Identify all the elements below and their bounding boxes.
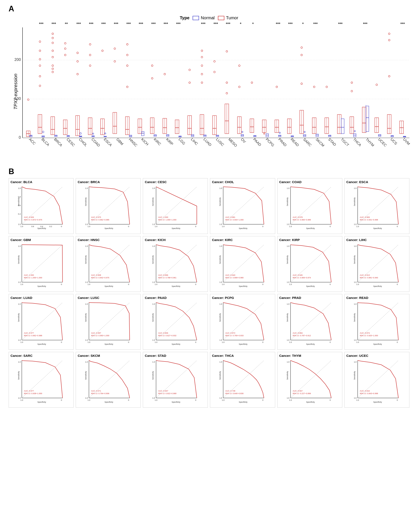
svg-text:1.0: 1.0 <box>354 223 357 225</box>
svg-text:1.0: 1.0 <box>18 339 21 341</box>
svg-text:***: *** <box>101 22 106 26</box>
roc-title-luad: Cancer: LUAD <box>11 296 72 300</box>
svg-text:1.0: 1.0 <box>354 397 357 399</box>
roc-title-lusc: Cancer: LUSC <box>78 296 139 300</box>
svg-text:95% CI: 0.881~0.940: 95% CI: 0.881~0.940 <box>360 277 378 279</box>
roc-cell-skcm: Cancer: SKCM AUC: 0.571 95% CI: 0.794~0.… <box>76 352 141 408</box>
normal-label: Normal <box>201 15 214 20</box>
svg-text:95% CI: 0.993~1.000: 95% CI: 0.993~1.000 <box>91 335 109 337</box>
panel-b-label: B <box>9 167 409 176</box>
svg-text:1.0: 1.0 <box>18 303 21 305</box>
legend-tumor: Tumor <box>218 15 238 20</box>
svg-text:1.0: 1.0 <box>18 397 21 399</box>
svg-text:AUC: 0.884: AUC: 0.884 <box>292 332 303 334</box>
svg-text:1.0: 1.0 <box>88 225 90 228</box>
tumor-label: Tumor <box>226 15 238 20</box>
svg-text:Specificity: Specificity <box>37 343 46 345</box>
svg-text:1.0: 1.0 <box>287 303 290 305</box>
roc-svg-luad: AUC: 0.977 95% CI: 0.962~0.988 1.0 1.0 0… <box>11 301 72 346</box>
svg-text:***: *** <box>276 22 280 26</box>
panel-b: B Cancer: BLCA 1.0 0 1.0 0.4 <box>9 167 409 408</box>
svg-text:1.0: 1.0 <box>155 225 158 228</box>
boxplot-svg: 0 100 200 <box>23 23 409 160</box>
svg-text:1.0: 1.0 <box>152 303 155 305</box>
svg-text:Specificity: Specificity <box>104 343 113 345</box>
roc-svg-chol: AUC: 0.981 95% CI: 0.944~1.000 1.0 1.0 0… <box>212 185 273 230</box>
roc-svg-lusc: AUC: 0.997 95% CI: 0.993~1.000 1.0 1.0 0… <box>78 301 139 346</box>
svg-text:Specificity: Specificity <box>37 401 46 403</box>
svg-text:1.0: 1.0 <box>220 187 222 189</box>
roc-cell-brca: Cancer: BRCA AUC: 0.975 95% CI: 0.962~0.… <box>76 178 141 234</box>
svg-text:Specificity: Specificity <box>373 227 382 230</box>
svg-text:PCPG: PCPG <box>265 137 275 147</box>
svg-text:Specificity: Specificity <box>239 227 248 230</box>
svg-text:1.0: 1.0 <box>356 341 359 343</box>
svg-text:AUC: 0.896: AUC: 0.896 <box>158 274 168 276</box>
svg-text:Specificity: Specificity <box>172 285 181 287</box>
svg-text:Specificity: Specificity <box>104 285 113 287</box>
roc-title-thym: Cancer: THYM <box>279 354 340 358</box>
roc-title-read: Cancer: READ <box>346 296 407 300</box>
svg-text:AUC: 0.975: AUC: 0.975 <box>91 216 101 218</box>
figure-container: A Type Normal Tumor TPX2 expression <box>0 0 418 412</box>
roc-title-brca: Cancer: BRCA <box>78 180 139 184</box>
svg-text:95% CI: 0.640~0.830: 95% CI: 0.640~0.830 <box>225 393 244 394</box>
svg-text:AUC: 0.567: AUC: 0.567 <box>292 390 303 392</box>
svg-text:GBM: GBM <box>115 137 124 146</box>
svg-text:***: *** <box>313 22 318 26</box>
roc-title-pcpg: Cancer: PCPG <box>212 296 273 300</box>
svg-text:***: *** <box>338 22 343 26</box>
svg-text:Specificity: Specificity <box>306 343 315 345</box>
svg-text:100: 100 <box>14 96 21 101</box>
plot-svg-container: 0 100 200 <box>23 23 409 161</box>
roc-cell-read: Cancer: READ AUC: 0.974 95% CI: 0.920~1.… <box>344 294 409 350</box>
svg-text:AUC: 0.872: AUC: 0.872 <box>225 332 235 334</box>
svg-text:SARC: SARC <box>302 137 313 147</box>
roc-svg-kich: AUC: 0.896 95% CI: 0.788~0.961 1.0 1.0 0… <box>145 243 206 288</box>
svg-text:1.0: 1.0 <box>289 399 292 401</box>
svg-text:***: *** <box>114 22 118 26</box>
svg-text:1.0: 1.0 <box>88 341 90 343</box>
roc-cell-kirc: Cancer: KIRC AUC: 0.940 95% CI: 0.899~0.… <box>210 236 275 292</box>
svg-text:1.0: 1.0 <box>287 187 290 189</box>
svg-text:1.0: 1.0 <box>354 245 357 247</box>
svg-text:1.0: 1.0 <box>220 223 222 225</box>
roc-svg-lihc: AUC: 0.913 95% CI: 0.881~0.940 1.0 1.0 0… <box>346 243 407 288</box>
svg-text:95% CI: 0.627~0.932: 95% CI: 0.627~0.932 <box>158 335 176 337</box>
svg-text:1.0: 1.0 <box>155 399 158 401</box>
panel-a-label: A <box>9 4 409 13</box>
svg-text:KICH: KICH <box>140 137 149 146</box>
svg-text:Sensitivity: Sensitivity <box>353 313 355 322</box>
svg-text:Specificity: Specificity <box>239 401 248 403</box>
roc-grid: Cancer: BLCA 1.0 0 1.0 0.4 0.2 0.6 0.6 <box>9 178 409 408</box>
svg-text:1.0: 1.0 <box>85 223 88 225</box>
svg-text:95% CI: 0.787~0.912: 95% CI: 0.787~0.912 <box>292 335 311 337</box>
svg-text:95% CI: 0.842~0.975: 95% CI: 0.842~0.975 <box>91 277 109 279</box>
svg-text:AUC: 0.738: AUC: 0.738 <box>225 390 235 392</box>
svg-text:Sensitivity: Sensitivity <box>152 197 154 206</box>
svg-text:1.0: 1.0 <box>152 339 155 341</box>
roc-svg-prad: AUC: 0.884 95% CI: 0.787~0.912 1.0 1.0 0… <box>279 301 340 346</box>
svg-text:Sensitivity: Sensitivity <box>152 313 154 322</box>
svg-text:Sensitivity: Sensitivity <box>18 313 20 322</box>
svg-text:HNSC: HNSC <box>128 137 138 147</box>
roc-svg-thca: AUC: 0.738 95% CI: 0.640~0.830 1.0 1.0 0… <box>212 358 273 403</box>
svg-text:1.0: 1.0 <box>85 339 88 341</box>
roc-cell-thca: Cancer: THCA AUC: 0.738 95% CI: 0.640~0.… <box>210 352 275 408</box>
svg-text:AUC: 0.978: AUC: 0.978 <box>292 216 303 218</box>
svg-text:**: ** <box>65 22 68 26</box>
svg-text:0: 0 <box>263 399 264 401</box>
svg-text:***: *** <box>139 22 143 26</box>
svg-text:0: 0 <box>195 399 196 401</box>
svg-text:1.0: 1.0 <box>85 245 88 247</box>
svg-text:AUC: 0.981: AUC: 0.981 <box>225 216 235 218</box>
roc-title-skcm: Cancer: SKCM <box>78 354 139 358</box>
svg-text:Sensitivity: Sensitivity <box>353 197 355 206</box>
svg-text:0: 0 <box>397 399 398 401</box>
svg-text:***: *** <box>363 22 367 26</box>
roc-title-hnsc: Cancer: HNSC <box>78 238 139 242</box>
svg-text:***: *** <box>39 22 44 26</box>
svg-text:AUC: 0.916: AUC: 0.916 <box>360 390 370 392</box>
svg-text:THCA: THCA <box>352 137 362 147</box>
panel-a-plot-area: TPX2 expression 0 <box>9 23 409 161</box>
